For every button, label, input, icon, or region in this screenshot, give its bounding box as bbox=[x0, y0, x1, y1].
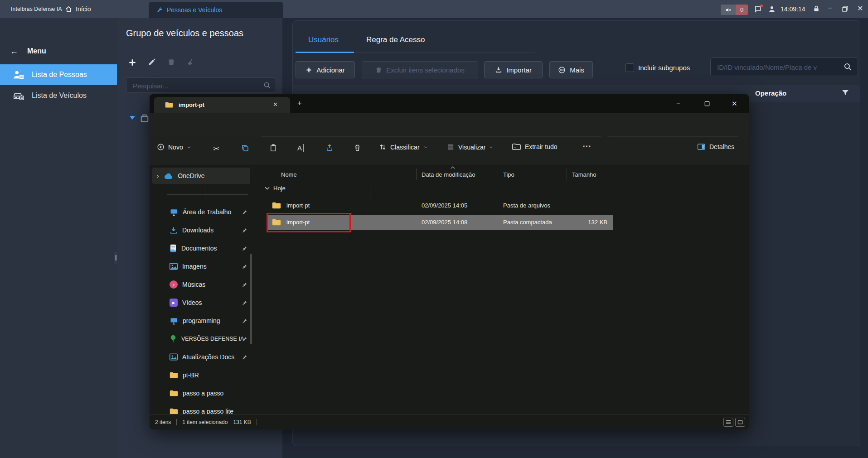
tree-expand-caret-icon[interactable] bbox=[130, 116, 135, 120]
group-search-input[interactable] bbox=[132, 78, 256, 93]
rename-icon[interactable]: A bbox=[297, 144, 304, 152]
sidebar-item-label: Atualizações Docs bbox=[182, 353, 234, 361]
explorer-address-bar: ← → ↑ ↻ › … teste › Modelo de importação… bbox=[150, 113, 749, 137]
minimize-button[interactable]: − bbox=[828, 4, 832, 12]
filter-button[interactable] bbox=[841, 89, 849, 97]
sidebar-item-pt-br[interactable]: pt-BR bbox=[152, 367, 250, 383]
sidebar-item-lista-de-pessoas[interactable]: Lista de Pessoas bbox=[0, 64, 117, 85]
cut-icon[interactable]: ✂ bbox=[213, 144, 219, 154]
screen: Intelbras Defense IA Início Pessoas e Ve… bbox=[0, 0, 868, 458]
explorer-tab[interactable]: import-pt ✕ bbox=[154, 97, 290, 113]
menu-label: Menu bbox=[27, 47, 46, 55]
paste-icon[interactable] bbox=[269, 144, 277, 152]
maximize-icon bbox=[704, 101, 710, 106]
column-data-modificacao[interactable]: Data de modificação bbox=[422, 171, 475, 178]
lock-button[interactable] bbox=[813, 5, 820, 13]
tab-close-icon[interactable]: ✕ bbox=[273, 101, 278, 108]
explorer-minimize-button[interactable]: − bbox=[676, 100, 680, 107]
tab-home[interactable]: Início bbox=[65, 0, 91, 18]
file-type: Pasta compactada bbox=[503, 219, 552, 226]
tab-regra-de-acesso[interactable]: Regra de Acesso bbox=[366, 35, 425, 44]
file-row[interactable]: import-pt 02/09/2025 14:05 Pasta de arqu… bbox=[150, 198, 749, 213]
sort-up-indicator-icon bbox=[451, 166, 455, 169]
messages-button[interactable] bbox=[754, 5, 762, 13]
tab-usuarios[interactable]: Usuários bbox=[308, 35, 339, 44]
close-app-button[interactable]: ✕ bbox=[857, 4, 863, 13]
file-row[interactable]: import-pt 02/09/2025 14:08 Pasta compact… bbox=[150, 215, 749, 230]
import-button[interactable]: Importar bbox=[484, 61, 543, 78]
sidebar-item-versoes-defense-ia[interactable]: VERSÕES DEFENSE IA bbox=[152, 331, 250, 347]
column-separator[interactable] bbox=[498, 169, 498, 180]
sidebar-item-videos[interactable]: ▶ Vídeos bbox=[152, 294, 250, 311]
list-view-button[interactable] bbox=[723, 418, 733, 427]
trash-glyph bbox=[354, 144, 361, 152]
include-subgroups-label: Incluir subgrupos bbox=[638, 64, 690, 72]
sidebar-item-label: Lista de Pessoas bbox=[32, 71, 87, 79]
sidebar-item-imagens[interactable]: Imagens bbox=[152, 258, 250, 275]
large-icons-view-button[interactable] bbox=[735, 418, 745, 427]
sidebar-item-programming[interactable]: programming bbox=[152, 313, 250, 329]
column-tipo[interactable]: Tipo bbox=[503, 171, 514, 178]
status-item-count: 2 itens bbox=[155, 419, 171, 425]
list-view-icon bbox=[726, 420, 731, 424]
import-label: Importar bbox=[506, 66, 532, 74]
group-hoje[interactable]: Hoje bbox=[265, 185, 286, 192]
sidebar-item-passo-a-passo[interactable]: passo a passo bbox=[152, 385, 250, 401]
column-nome[interactable]: Nome bbox=[281, 171, 297, 178]
chevron-down-icon bbox=[265, 187, 270, 190]
new-button[interactable]: Novo bbox=[157, 143, 191, 151]
sort-icon bbox=[379, 143, 387, 151]
new-tab-button[interactable]: + bbox=[297, 99, 302, 108]
status-selected-count: 1 item selecionado bbox=[182, 419, 228, 425]
details-button[interactable]: Detalhes bbox=[697, 143, 734, 150]
column-separator[interactable] bbox=[416, 169, 417, 180]
explorer-maximize-button[interactable] bbox=[704, 101, 710, 106]
share-glyph bbox=[325, 144, 334, 152]
sidebar-item-lista-de-veiculos[interactable]: Lista de Veículos bbox=[0, 85, 117, 106]
delete-selected-button[interactable]: Excluir itens selecionados bbox=[362, 61, 478, 78]
group-label: Hoje bbox=[273, 185, 286, 192]
pin-icon bbox=[242, 354, 247, 360]
more-button[interactable]: Mais bbox=[549, 61, 593, 78]
image-icon bbox=[170, 353, 178, 361]
column-tamanho[interactable]: Tamanho bbox=[572, 171, 596, 178]
file-modified: 02/09/2025 14:05 bbox=[422, 202, 467, 209]
delete-group-button[interactable] bbox=[167, 58, 177, 68]
status-separator bbox=[176, 419, 177, 425]
explorer-toolbar: Novo ✂ A Classificar bbox=[150, 137, 749, 165]
add-user-button[interactable]: Adicionar bbox=[296, 61, 355, 78]
column-separator[interactable] bbox=[613, 169, 613, 180]
explorer-close-button[interactable]: ✕ bbox=[732, 100, 737, 108]
view-button[interactable]: Visualizar bbox=[447, 143, 494, 151]
back-arrow-icon[interactable]: ← bbox=[10, 47, 18, 56]
group-panel-title: Grupo de veículos e pessoas bbox=[126, 28, 243, 39]
share-icon[interactable] bbox=[325, 144, 334, 152]
restore-button[interactable] bbox=[842, 6, 848, 12]
sidebar-item-onedrive[interactable]: › OneDrive bbox=[152, 168, 250, 184]
main-search-input[interactable] bbox=[716, 58, 840, 77]
clear-group-button[interactable] bbox=[187, 58, 197, 68]
copy-icon[interactable] bbox=[241, 144, 249, 152]
edit-group-button[interactable] bbox=[148, 58, 158, 68]
view-lines-icon bbox=[447, 143, 455, 151]
pencil-icon bbox=[148, 58, 156, 66]
monitor-icon bbox=[170, 317, 178, 325]
sidebar-item-documentos[interactable]: Documentos bbox=[152, 240, 250, 256]
sidebar-item-label: passo a passo bbox=[183, 390, 223, 397]
volume-button[interactable] bbox=[721, 5, 736, 15]
sort-button[interactable]: Classificar bbox=[379, 143, 428, 151]
expand-chevron-icon[interactable]: › bbox=[157, 173, 159, 179]
include-subgroups-checkbox[interactable] bbox=[626, 63, 634, 72]
sidebar-item-atualizacoes-docs[interactable]: Atualizações Docs bbox=[152, 349, 250, 365]
tab-pessoas-veiculos[interactable]: Pessoas e Veículos bbox=[149, 2, 283, 18]
add-group-button[interactable] bbox=[128, 58, 138, 68]
sidebar-item-musicas[interactable]: ♪ Músicas bbox=[152, 276, 250, 293]
alarm-count-badge[interactable]: 0 bbox=[736, 5, 748, 15]
column-separator[interactable] bbox=[567, 169, 567, 180]
sidebar-scrollbar[interactable] bbox=[250, 254, 252, 344]
delete-icon[interactable] bbox=[354, 144, 361, 152]
user-button[interactable] bbox=[768, 5, 776, 13]
chevron-down-icon bbox=[423, 145, 428, 149]
toolbar-more-icon[interactable]: ··· bbox=[583, 142, 592, 150]
extract-all-button[interactable]: Extrair tudo bbox=[512, 143, 558, 150]
